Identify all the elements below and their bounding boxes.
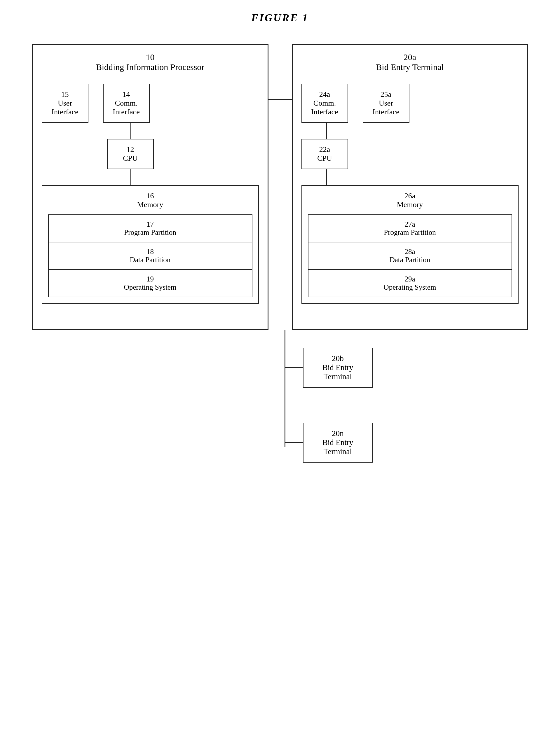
main-diagram: Figure 1 10 Bidding Information Processo… (32, 12, 528, 462)
bet-a-cpu-box: 22a CPU (301, 139, 348, 169)
bet-a-comm-name: Comm.Interface (310, 99, 339, 116)
bet-a-cpu-row: 22a CPU (301, 139, 519, 169)
bet-n-line3: Terminal (315, 447, 361, 456)
bip-comm-cpu-vline (130, 123, 131, 139)
bet-a-comm-number: 24a (310, 90, 339, 99)
bip-memory-box: 16 Memory 17 Program Partition 18 Data P… (42, 185, 259, 304)
bet-n-number: 20n (315, 429, 361, 438)
bip-header: 10 Bidding Information Processor (42, 52, 259, 72)
bet-a-dp-name: Data Partition (314, 256, 506, 264)
bip-pp-number: 17 (54, 220, 247, 228)
bip-number: 10 (42, 52, 259, 62)
bet-a-cpu-name: CPU (312, 154, 338, 163)
bip-modules-row: 15 UserInterface 14 Comm.Interface (42, 84, 259, 123)
bip-memory-name: Memory (137, 200, 163, 209)
bottom-layout: 20b Bid Entry Terminal 20n Bid (32, 330, 528, 462)
bet-b-line2: Bid Entry (315, 363, 361, 372)
bip-name: Bidding Information Processor (42, 62, 259, 72)
bip-cpu-number: 12 (118, 145, 143, 154)
bet-a-data-partition: 28a Data Partition (308, 242, 512, 270)
bip-panel: 10 Bidding Information Processor 15 User… (32, 44, 268, 330)
bet-a-cpu-mem-vline (326, 169, 327, 185)
bet-n-row: 20n Bid Entry Terminal (285, 423, 373, 462)
bip-data-partition: 18 Data Partition (48, 242, 252, 270)
bet-a-pp-name: Program Partition (314, 228, 506, 237)
bet-n-line2: Bid Entry (315, 438, 361, 447)
bet-n-box: 20n Bid Entry Terminal (303, 423, 373, 462)
bip-cpu-box: 12 CPU (107, 139, 154, 169)
right-terminals-col: 20b Bid Entry Terminal 20n Bid (276, 330, 528, 462)
terminals-with-spine: 20b Bid Entry Terminal 20n Bid (285, 330, 373, 462)
bip-pp-name: Program Partition (54, 228, 247, 237)
bet-a-user-interface-box: 25a UserInterface (363, 84, 409, 123)
bip-comm-number: 14 (112, 90, 141, 99)
bet-a-program-partition: 27a Program Partition (308, 214, 512, 242)
bip-operating-system: 19 Operating System (48, 270, 252, 297)
bet-a-cpu-number: 22a (312, 145, 338, 154)
bip-dp-name: Data Partition (54, 256, 247, 264)
bip-cpu-name: CPU (118, 154, 143, 163)
bip-cpu-row: 12 CPU (107, 139, 259, 169)
spine-container (285, 330, 285, 447)
bet-a-header: 20a Bid Entry Terminal (301, 52, 519, 72)
bip-ui-name: UserInterface (50, 99, 80, 116)
page-title: Figure 1 (251, 12, 309, 24)
bet-a-number: 20a (301, 52, 519, 62)
bip-user-interface-box: 15 UserInterface (42, 84, 88, 123)
bet-a-ui-name: UserInterface (371, 99, 401, 116)
bip-os-number: 19 (54, 275, 247, 283)
bet-n-hline (285, 442, 303, 443)
bet-a-pp-number: 27a (314, 220, 506, 228)
bip-memory-header: 16 Memory (48, 192, 252, 209)
bet-b-line3: Terminal (315, 372, 361, 381)
bet-a-modules-row: 24a Comm.Interface 25a UserInterface (301, 84, 519, 123)
bet-a-panel: 20a Bid Entry Terminal 24a Comm.Interfac… (292, 44, 528, 330)
bet-a-os-number: 29a (314, 275, 506, 283)
bip-cpu-mem-vline (130, 169, 131, 185)
bip-bet-connector-hline (268, 99, 292, 100)
spine-middle (285, 365, 285, 447)
left-spacer (32, 330, 276, 462)
bet-a-dp-number: 28a (314, 248, 506, 256)
terminal-boxes-col: 20b Bid Entry Terminal 20n Bid (285, 330, 373, 462)
terminals-connector: 20b Bid Entry Terminal 20n Bid (285, 330, 373, 462)
bip-program-partition: 17 Program Partition (48, 214, 252, 242)
bet-a-operating-system: 29a Operating System (308, 270, 512, 297)
bet-a-os-name: Operating System (314, 283, 506, 292)
bet-a-comm-cpu-vline (326, 123, 327, 139)
bet-a-memory-number: 26a (404, 192, 416, 200)
bip-dp-number: 18 (54, 248, 247, 256)
bip-ui-number: 15 (50, 90, 80, 99)
bottom-section: 20b Bid Entry Terminal 20n Bid (32, 330, 528, 462)
bip-memory-number: 16 (146, 192, 154, 200)
bet-b-number: 20b (315, 354, 361, 363)
bet-a-memory-header: 26a Memory (308, 192, 512, 209)
bet-b-box: 20b Bid Entry Terminal (303, 348, 373, 387)
spine-top (285, 330, 285, 365)
bet-a-name: Bid Entry Terminal (301, 62, 519, 72)
bet-a-memory-box: 26a Memory 27a Program Partition 28a Dat… (301, 185, 519, 304)
bet-a-ui-number: 25a (371, 90, 401, 99)
bip-os-name: Operating System (54, 283, 247, 292)
bip-comm-name: Comm.Interface (112, 99, 141, 116)
bip-comm-interface-box: 14 Comm.Interface (103, 84, 150, 123)
bet-b-hline (285, 367, 303, 368)
bet-a-comm-interface-box: 24a Comm.Interface (301, 84, 348, 123)
bet-b-row: 20b Bid Entry Terminal (285, 348, 373, 387)
bet-a-memory-name: Memory (397, 200, 423, 209)
